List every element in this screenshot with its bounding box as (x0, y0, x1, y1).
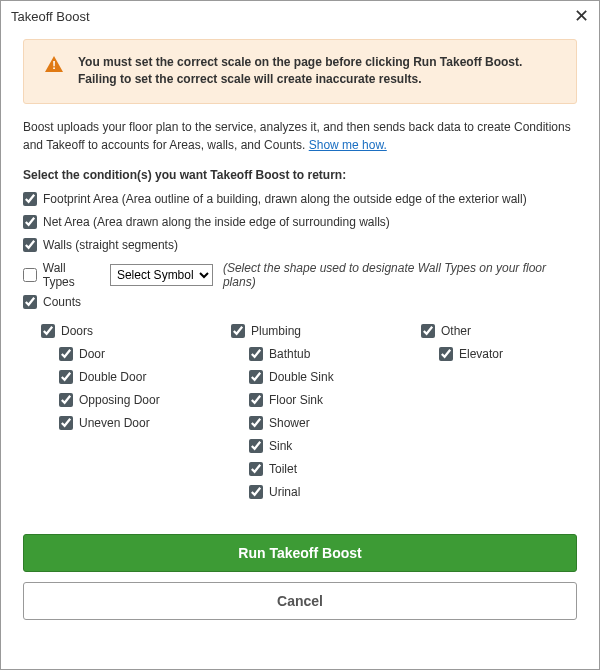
toilet-input[interactable] (249, 462, 263, 476)
doors-group-input[interactable] (41, 324, 55, 338)
run-takeoff-boost-button[interactable]: Run Takeoff Boost (23, 534, 577, 572)
actions: Run Takeoff Boost Cancel (23, 534, 577, 620)
elevator-checkbox[interactable]: Elevator (439, 347, 503, 361)
titlebar: Takeoff Boost ✕ (1, 1, 599, 31)
footprint-area-label: Footprint Area (Area outline of a buildi… (43, 192, 527, 206)
elevator-label: Elevator (459, 347, 503, 361)
double-sink-checkbox[interactable]: Double Sink (249, 370, 334, 384)
sink-checkbox[interactable]: Sink (249, 439, 292, 453)
select-conditions-heading: Select the condition(s) you want Takeoff… (23, 168, 577, 182)
other-group-checkbox[interactable]: Other (421, 324, 471, 338)
shower-checkbox[interactable]: Shower (249, 416, 310, 430)
walls-input[interactable] (23, 238, 37, 252)
opposing-door-checkbox[interactable]: Opposing Door (59, 393, 160, 407)
double-door-label: Double Door (79, 370, 146, 384)
warning-icon (45, 56, 63, 72)
other-group-input[interactable] (421, 324, 435, 338)
toilet-label: Toilet (269, 462, 297, 476)
counts-label: Counts (43, 295, 81, 309)
floor-sink-label: Floor Sink (269, 393, 323, 407)
net-area-checkbox[interactable]: Net Area (Area drawn along the inside ed… (23, 215, 390, 229)
plumbing-group-label: Plumbing (251, 324, 301, 338)
doors-group-checkbox[interactable]: Doors (41, 324, 93, 338)
door-label: Door (79, 347, 105, 361)
footprint-area-checkbox[interactable]: Footprint Area (Area outline of a buildi… (23, 192, 527, 206)
walls-checkbox[interactable]: Walls (straight segments) (23, 238, 178, 252)
counts-grid: Doors Door Double Door Opposing Door Une… (23, 318, 577, 508)
bathtub-input[interactable] (249, 347, 263, 361)
double-door-checkbox[interactable]: Double Door (59, 370, 146, 384)
warning-message: You must set the correct scale on the pa… (70, 54, 562, 89)
other-group-label: Other (441, 324, 471, 338)
wall-types-hint: (Select the shape used to designate Wall… (223, 261, 577, 289)
double-sink-label: Double Sink (269, 370, 334, 384)
counts-col-other: Other Elevator (403, 318, 553, 508)
wall-types-checkbox[interactable]: Wall Types (23, 261, 100, 289)
show-me-how-link[interactable]: Show me how. (309, 138, 387, 152)
toilet-checkbox[interactable]: Toilet (249, 462, 297, 476)
bathtub-label: Bathtub (269, 347, 310, 361)
counts-checkbox[interactable]: Counts (23, 295, 81, 309)
wall-types-symbol-select[interactable]: Select Symbol (110, 264, 213, 286)
counts-col-plumbing: Plumbing Bathtub Double Sink Floor Sink … (213, 318, 363, 508)
door-checkbox[interactable]: Door (59, 347, 105, 361)
description-text: Boost uploads your floor plan to the ser… (23, 120, 571, 152)
shower-label: Shower (269, 416, 310, 430)
plumbing-group-input[interactable] (231, 324, 245, 338)
plumbing-group-checkbox[interactable]: Plumbing (231, 324, 301, 338)
sink-input[interactable] (249, 439, 263, 453)
warning-icon-wrap (38, 54, 70, 72)
urinal-input[interactable] (249, 485, 263, 499)
doors-group-label: Doors (61, 324, 93, 338)
cancel-button[interactable]: Cancel (23, 582, 577, 620)
sink-label: Sink (269, 439, 292, 453)
net-area-input[interactable] (23, 215, 37, 229)
counts-col-doors: Doors Door Double Door Opposing Door Une… (23, 318, 173, 508)
dialog-content: You must set the correct scale on the pa… (1, 31, 599, 634)
net-area-label: Net Area (Area drawn along the inside ed… (43, 215, 390, 229)
uneven-door-input[interactable] (59, 416, 73, 430)
close-icon[interactable]: ✕ (574, 7, 589, 25)
description: Boost uploads your floor plan to the ser… (23, 118, 577, 154)
dialog-title: Takeoff Boost (11, 9, 90, 24)
double-sink-input[interactable] (249, 370, 263, 384)
double-door-input[interactable] (59, 370, 73, 384)
walls-label: Walls (straight segments) (43, 238, 178, 252)
urinal-checkbox[interactable]: Urinal (249, 485, 300, 499)
opposing-door-input[interactable] (59, 393, 73, 407)
counts-input[interactable] (23, 295, 37, 309)
floor-sink-checkbox[interactable]: Floor Sink (249, 393, 323, 407)
urinal-label: Urinal (269, 485, 300, 499)
wall-types-input[interactable] (23, 268, 37, 282)
bathtub-checkbox[interactable]: Bathtub (249, 347, 310, 361)
footprint-area-input[interactable] (23, 192, 37, 206)
scale-warning: You must set the correct scale on the pa… (23, 39, 577, 104)
shower-input[interactable] (249, 416, 263, 430)
uneven-door-checkbox[interactable]: Uneven Door (59, 416, 150, 430)
uneven-door-label: Uneven Door (79, 416, 150, 430)
opposing-door-label: Opposing Door (79, 393, 160, 407)
door-input[interactable] (59, 347, 73, 361)
floor-sink-input[interactable] (249, 393, 263, 407)
wall-types-label: Wall Types (43, 261, 100, 289)
elevator-input[interactable] (439, 347, 453, 361)
